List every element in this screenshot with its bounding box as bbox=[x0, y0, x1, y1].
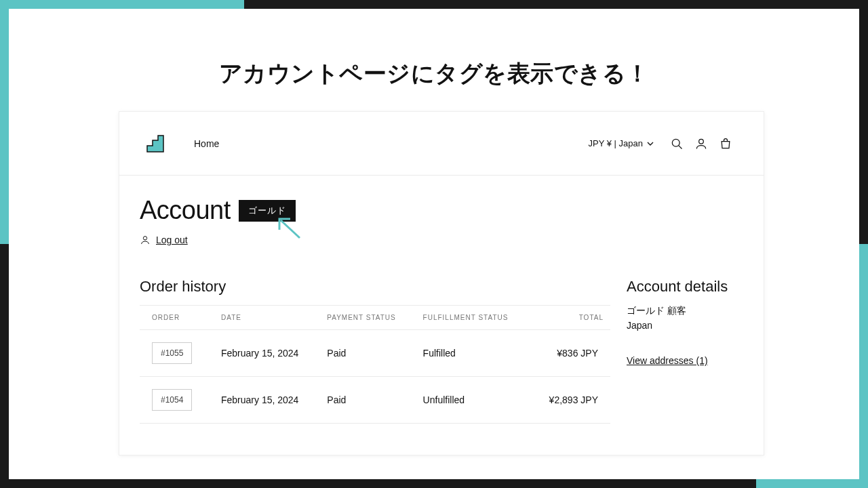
slide-headline: アカウントページにタグを表示できる！ bbox=[9, 58, 859, 89]
cell-total: ¥836 JPY bbox=[531, 330, 610, 377]
cell-fulfillment: Unfulfilled bbox=[416, 377, 532, 424]
order-id-link[interactable]: #1055 bbox=[152, 342, 192, 364]
svg-point-0 bbox=[672, 139, 679, 146]
cell-date: February 15, 2024 bbox=[214, 377, 320, 424]
account-page-card: Home JPY ¥ | Japan Account bbox=[119, 111, 764, 455]
logo[interactable] bbox=[145, 134, 165, 154]
svg-point-2 bbox=[699, 139, 704, 144]
chevron-down-icon bbox=[647, 140, 654, 147]
logout-row: Log out bbox=[140, 235, 743, 245]
site-header: Home JPY ¥ | Japan bbox=[119, 112, 764, 176]
order-history-section: Order history ORDER DATE PAYMENT STATUS … bbox=[140, 278, 610, 424]
cell-total: ¥2,893 JPY bbox=[531, 377, 610, 424]
cell-payment: Paid bbox=[320, 330, 416, 377]
account-button[interactable] bbox=[689, 131, 713, 156]
svg-point-3 bbox=[143, 237, 146, 240]
page-title: Account bbox=[140, 196, 231, 225]
stairs-icon bbox=[145, 134, 165, 154]
table-row: #1055 February 15, 2024 Paid Fulfilled ¥… bbox=[140, 330, 610, 377]
section-title-orders: Order history bbox=[140, 278, 610, 296]
col-date: DATE bbox=[214, 306, 320, 330]
outer-frame: アカウントページにタグを表示できる！ Home JPY ¥ | Japan bbox=[0, 0, 868, 488]
search-button[interactable] bbox=[665, 131, 689, 156]
currency-selector[interactable]: JPY ¥ | Japan bbox=[589, 138, 654, 148]
search-icon bbox=[670, 137, 684, 150]
customer-name: ゴールド 顧客 bbox=[627, 305, 743, 317]
bag-icon bbox=[719, 137, 732, 150]
decor-bar-top bbox=[0, 0, 244, 9]
cell-date: February 15, 2024 bbox=[214, 330, 320, 377]
col-total: TOTAL bbox=[531, 306, 610, 330]
order-id-link[interactable]: #1054 bbox=[152, 389, 192, 411]
svg-line-1 bbox=[679, 145, 682, 148]
user-icon bbox=[694, 137, 708, 150]
cell-payment: Paid bbox=[320, 377, 416, 424]
title-row: Account ゴールド bbox=[140, 196, 743, 225]
decor-bar-left bbox=[0, 0, 9, 244]
account-details-section: Account details ゴールド 顧客 Japan View addre… bbox=[627, 278, 743, 424]
slide-panel: アカウントページにタグを表示できる！ Home JPY ¥ | Japan bbox=[9, 9, 859, 479]
customer-tag-badge: ゴールド bbox=[239, 200, 296, 222]
section-title-details: Account details bbox=[627, 278, 743, 296]
col-order: ORDER bbox=[140, 306, 214, 330]
cell-fulfillment: Fulfilled bbox=[416, 330, 532, 377]
table-row: #1054 February 15, 2024 Paid Unfulfilled… bbox=[140, 377, 610, 424]
col-payment: PAYMENT STATUS bbox=[320, 306, 416, 330]
nav-home-link[interactable]: Home bbox=[194, 138, 219, 149]
user-icon bbox=[140, 235, 151, 245]
customer-country: Japan bbox=[627, 320, 743, 331]
order-history-table: ORDER DATE PAYMENT STATUS FULFILLMENT ST… bbox=[140, 305, 610, 424]
view-addresses-link[interactable]: View addresses (1) bbox=[627, 355, 708, 366]
content-split: Order history ORDER DATE PAYMENT STATUS … bbox=[140, 278, 743, 424]
page-body: Account ゴールド Log out Order history ORDER bbox=[119, 176, 764, 424]
cart-button[interactable] bbox=[713, 131, 738, 156]
col-fulfillment: FULFILLMENT STATUS bbox=[416, 306, 532, 330]
logout-link[interactable]: Log out bbox=[156, 235, 188, 245]
currency-label: JPY ¥ | Japan bbox=[589, 138, 643, 148]
